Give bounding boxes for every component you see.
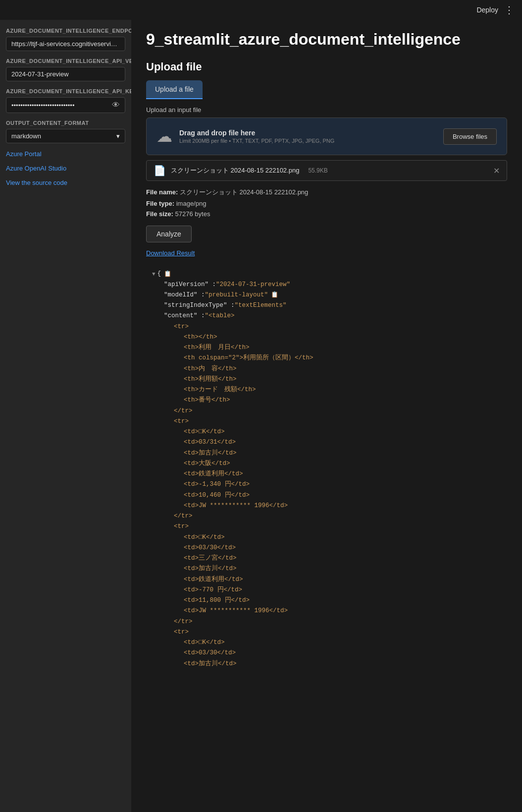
file-type-info-value: image/png bbox=[176, 200, 207, 207]
json-td-r1-2: <td>03/31</td> bbox=[149, 437, 504, 448]
main-content: 9_streamlit_azure_document_intelligence … bbox=[131, 20, 522, 812]
json-tr1: <tr> bbox=[149, 322, 504, 332]
json-td-r1-1: <td>□K</td> bbox=[149, 427, 504, 437]
topbar: Deploy ⋮ bbox=[0, 0, 522, 20]
json-copy-icon[interactable]: 📋 bbox=[164, 269, 171, 279]
output-format-label: output_content_format bbox=[6, 120, 125, 126]
json-line-modelid: "modelId" : "prebuilt-layout" 📋 bbox=[149, 290, 504, 300]
menu-icon[interactable]: ⋮ bbox=[504, 4, 514, 16]
output-format-section: output_content_format markdown ▾ bbox=[6, 120, 125, 143]
output-format-value: markdown bbox=[11, 132, 41, 140]
json-viewer: ▼ { 📋 "apiVersion" : "2024-07-31-preview… bbox=[146, 264, 507, 674]
upload-dropzone[interactable]: ☁ Drag and drop file here Limit 200MB pe… bbox=[146, 117, 507, 155]
endpoint-section: AZURE_DOCUMENT_INTELLIGENCE_ENDPOINT htt… bbox=[6, 28, 125, 51]
dropzone-text-group: Drag and drop file here Limit 200MB per … bbox=[179, 129, 334, 144]
json-td-r1-8: <td>JW *********** 1996</td> bbox=[149, 501, 504, 511]
json-th-date: <th>利用 月日</th> bbox=[149, 343, 504, 353]
file-item-left: 📄 スクリーンショット 2024-08-15 222102.png 55.9KB bbox=[154, 165, 328, 176]
file-type-info-label: File type: bbox=[146, 200, 174, 207]
api-key-section: AZURE_DOCUMENT_INTELLIGENCE_API_KEY 👁 bbox=[6, 88, 125, 113]
file-name-info: File name: スクリーンショット 2024-08-15 222102.p… bbox=[146, 188, 507, 197]
json-modelid-copy[interactable]: 📋 bbox=[271, 290, 278, 300]
deploy-button[interactable]: Deploy bbox=[476, 6, 498, 14]
json-td-r2-1: <td>□K</td> bbox=[149, 532, 504, 543]
json-th-naiyou: <th>内 容</th> bbox=[149, 364, 504, 374]
json-td-r1-5: <td>鉄道利用</td> bbox=[149, 469, 504, 479]
file-size-display: 55.9KB bbox=[308, 167, 327, 174]
file-name-info-label: File name: bbox=[146, 188, 178, 196]
file-doc-icon: 📄 bbox=[154, 165, 166, 176]
browse-files-button[interactable]: Browse files bbox=[443, 128, 497, 145]
api-key-label: AZURE_DOCUMENT_INTELLIGENCE_API_KEY bbox=[6, 88, 125, 94]
json-line-content: "content" : "<table> bbox=[149, 311, 504, 321]
section-title: Upload file bbox=[146, 60, 507, 73]
file-remove-button[interactable]: ✕ bbox=[493, 166, 500, 175]
upload-limit-text: Limit 200MB per file • TXT, TEXT, PDF, P… bbox=[179, 138, 334, 144]
main-layout: AZURE_DOCUMENT_INTELLIGENCE_ENDPOINT htt… bbox=[0, 20, 522, 812]
json-td-r2-3: <td>三ノ宮</td> bbox=[149, 553, 504, 564]
json-td-r2-7: <td>11,800 円</td> bbox=[149, 595, 504, 606]
upload-tab[interactable]: Upload a file bbox=[146, 80, 203, 99]
file-name-display: スクリーンショット 2024-08-15 222102.png bbox=[171, 166, 299, 175]
json-th-usage: <th>利用額</th> bbox=[149, 374, 504, 385]
endpoint-label: AZURE_DOCUMENT_INTELLIGENCE_ENDPOINT bbox=[6, 28, 125, 34]
api-key-input[interactable]: 👁 bbox=[6, 97, 125, 113]
json-td-r2-2: <td>03/30</td> bbox=[149, 543, 504, 553]
download-result-link[interactable]: Download Result bbox=[146, 249, 507, 257]
json-open-brace: { bbox=[157, 269, 161, 279]
json-tr3-open: <tr> bbox=[149, 522, 504, 532]
json-td-r3-3: <td>加古川</td> bbox=[149, 659, 504, 669]
file-size-info-label: File size: bbox=[146, 210, 173, 218]
json-td-r2-8: <td>JW *********** 1996</td> bbox=[149, 606, 504, 616]
page-title: 9_streamlit_azure_document_intelligence bbox=[146, 30, 507, 49]
json-td-r1-3: <td>加古川</td> bbox=[149, 448, 504, 459]
sidebar-link-azure-portal[interactable]: Azure Portal bbox=[6, 150, 125, 158]
json-td-r2-6: <td>-770 円</td> bbox=[149, 585, 504, 595]
endpoint-input[interactable]: https://ltjf-ai-services.cognitiveservic… bbox=[6, 37, 125, 51]
json-th-balance: <th>カード 残額</th> bbox=[149, 385, 504, 395]
file-size-info: File size: 57276 bytes bbox=[146, 210, 507, 218]
api-key-field[interactable] bbox=[11, 102, 112, 109]
api-version-section: AZURE_DOCUMENT_INTELLIGENCE_API_VERSION … bbox=[6, 58, 125, 81]
json-td-r1-4: <td>大阪</td> bbox=[149, 459, 504, 469]
json-td-r1-7: <td>10,460 円</td> bbox=[149, 490, 504, 501]
json-line-stringindextype: "stringIndexType" : "textElements" bbox=[149, 300, 504, 311]
sidebar-link-view-source[interactable]: View the source code bbox=[6, 179, 125, 186]
file-item: 📄 スクリーンショット 2024-08-15 222102.png 55.9KB… bbox=[146, 160, 507, 181]
json-td-r2-5: <td>鉄道利用</td> bbox=[149, 575, 504, 585]
api-version-input[interactable]: 2024-07-31-preview bbox=[6, 67, 125, 81]
json-td-r3-2: <td>03/30</td> bbox=[149, 648, 504, 658]
show-password-icon[interactable]: 👁 bbox=[112, 101, 120, 110]
json-th-empty: <th></th> bbox=[149, 332, 504, 343]
upload-area-label: Upload an input file bbox=[146, 106, 507, 114]
json-tr4-open: <tr> bbox=[149, 627, 504, 638]
json-th-location: <th colspan="2">利用箇所（区間）</th> bbox=[149, 353, 504, 363]
dropzone-left: ☁ Drag and drop file here Limit 200MB pe… bbox=[157, 127, 334, 146]
json-top-row: ▼ { 📋 bbox=[149, 269, 504, 279]
sidebar: AZURE_DOCUMENT_INTELLIGENCE_ENDPOINT htt… bbox=[0, 20, 131, 812]
json-td-r1-6: <td>-1,340 円</td> bbox=[149, 479, 504, 490]
sidebar-link-azure-openai-studio[interactable]: Azure OpenAI Studio bbox=[6, 165, 125, 172]
json-tr2-close: </tr> bbox=[149, 511, 504, 522]
api-version-label: AZURE_DOCUMENT_INTELLIGENCE_API_VERSION bbox=[6, 58, 125, 64]
output-format-select[interactable]: markdown ▾ bbox=[6, 129, 125, 143]
json-th-number: <th>番号</th> bbox=[149, 395, 504, 406]
json-tr3-close: </tr> bbox=[149, 617, 504, 627]
chevron-down-icon: ▾ bbox=[116, 132, 120, 140]
json-tr2-open: <tr> bbox=[149, 416, 504, 427]
json-td-r3-1: <td>□K</td> bbox=[149, 638, 504, 648]
cloud-upload-icon: ☁ bbox=[157, 127, 172, 146]
drag-drop-text: Drag and drop file here bbox=[179, 129, 334, 137]
file-name-info-value: スクリーンショット 2024-08-15 222102.png bbox=[180, 188, 308, 196]
json-line-apiversion: "apiVersion" : "2024-07-31-preview" bbox=[149, 280, 504, 290]
json-collapse-icon[interactable]: ▼ bbox=[152, 270, 156, 279]
analyze-button[interactable]: Analyze bbox=[146, 226, 192, 242]
file-size-info-value: 57276 bytes bbox=[175, 210, 210, 218]
file-type-info: File type: image/png bbox=[146, 200, 507, 207]
json-td-r2-4: <td>加古川</td> bbox=[149, 564, 504, 574]
json-tr1-close: </tr> bbox=[149, 406, 504, 416]
